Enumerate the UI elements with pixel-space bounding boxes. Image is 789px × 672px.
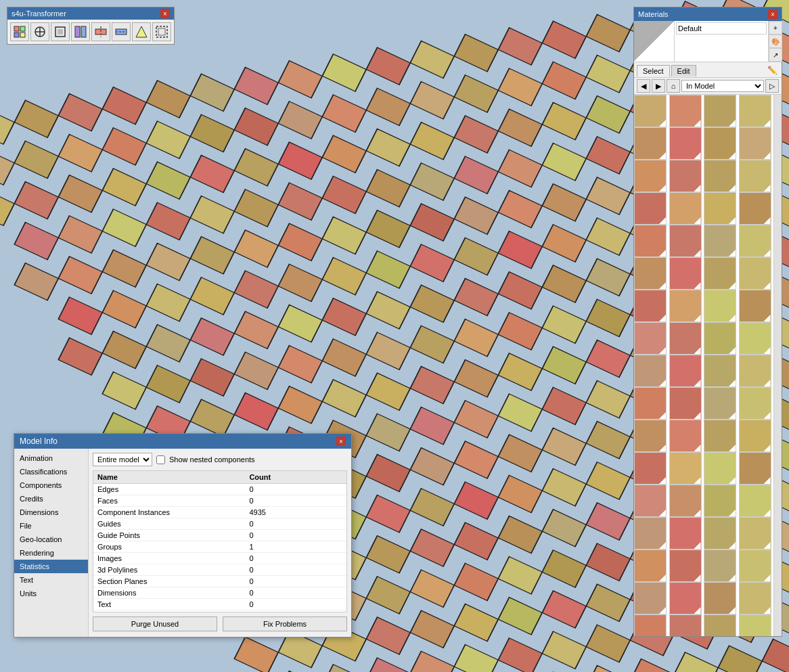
mat-swatch-55[interactable]: [739, 517, 771, 550]
mat-swatch-29[interactable]: [669, 322, 702, 355]
mat-swatch-52[interactable]: [634, 517, 667, 550]
sidebar-item-text[interactable]: Text: [14, 573, 88, 587]
materials-pencil-button[interactable]: ✏️: [765, 64, 779, 77]
fix-problems-button[interactable]: Fix Problems: [223, 617, 347, 631]
mat-swatch-43[interactable]: [739, 420, 771, 452]
mat-swatch-18[interactable]: [704, 225, 736, 257]
mat-swatch-25[interactable]: [669, 290, 702, 322]
sidebar-item-units[interactable]: Units: [14, 587, 88, 600]
mat-swatch-37[interactable]: [669, 387, 702, 420]
mat-swatch-2[interactable]: [704, 95, 736, 127]
materials-sample-button[interactable]: 🎨: [769, 35, 782, 48]
toolbar-close-button[interactable]: ×: [160, 9, 170, 18]
toolbar-icon-6[interactable]: [132, 22, 151, 41]
mat-swatch-39[interactable]: [739, 387, 771, 420]
mat-swatch-35[interactable]: [739, 355, 771, 387]
mat-swatch-20[interactable]: [634, 257, 667, 290]
toolbar-icon-2[interactable]: [51, 22, 70, 41]
mat-swatch-50[interactable]: [704, 485, 736, 517]
nav-back-button[interactable]: ◀: [637, 79, 650, 93]
show-nested-checkbox[interactable]: [156, 455, 165, 464]
mat-swatch-16[interactable]: [634, 225, 667, 257]
model-info-close-button[interactable]: ×: [336, 436, 346, 446]
mat-swatch-19[interactable]: [739, 225, 771, 257]
stats-table-container[interactable]: Name Count Edges0Faces0Component Instanc…: [93, 470, 347, 612]
mat-swatch-64[interactable]: [634, 614, 667, 636]
materials-add-button[interactable]: +: [769, 21, 782, 35]
tab-edit[interactable]: Edit: [671, 65, 696, 76]
mat-swatch-65[interactable]: [669, 614, 702, 636]
mat-swatch-21[interactable]: [669, 257, 702, 290]
toolbar-icon-4[interactable]: [91, 22, 110, 41]
mat-swatch-9[interactable]: [669, 160, 702, 192]
mat-swatch-6[interactable]: [704, 127, 736, 160]
mat-swatch-61[interactable]: [669, 582, 702, 614]
mat-swatch-67[interactable]: [739, 614, 771, 636]
toolbar-icon-7[interactable]: [152, 22, 171, 41]
materials-scrollbar[interactable]: [773, 95, 782, 636]
toolbar-title-bar[interactable]: s4u-Transformer ×: [7, 7, 174, 20]
materials-title-bar[interactable]: Materials ×: [634, 7, 782, 21]
sidebar-item-statistics[interactable]: Statistics: [14, 560, 88, 573]
mat-swatch-12[interactable]: [634, 192, 667, 225]
mat-swatch-28[interactable]: [634, 322, 667, 355]
sidebar-item-credits[interactable]: Credits: [14, 492, 88, 506]
mat-swatch-10[interactable]: [704, 160, 736, 192]
toolbar-icon-1[interactable]: [30, 22, 49, 41]
mat-swatch-5[interactable]: [669, 127, 702, 160]
sidebar-item-dimensions[interactable]: Dimensions: [14, 506, 88, 519]
mat-swatch-7[interactable]: [739, 127, 771, 160]
mat-swatch-53[interactable]: [669, 517, 702, 550]
model-info-title-bar[interactable]: Model Info ×: [14, 434, 351, 449]
mat-swatch-30[interactable]: [704, 322, 736, 355]
mat-swatch-57[interactable]: [669, 550, 702, 582]
mat-swatch-47[interactable]: [739, 452, 771, 485]
mat-swatch-40[interactable]: [634, 420, 667, 452]
materials-name-input[interactable]: [676, 22, 767, 35]
mat-swatch-46[interactable]: [704, 452, 736, 485]
mat-swatch-42[interactable]: [704, 420, 736, 452]
mat-swatch-41[interactable]: [669, 420, 702, 452]
toolbar-icon-5[interactable]: [112, 22, 131, 41]
mat-swatch-13[interactable]: [669, 192, 702, 225]
materials-arrow-button[interactable]: ↗: [769, 48, 782, 62]
mat-swatch-62[interactable]: [704, 582, 736, 614]
mat-swatch-45[interactable]: [669, 452, 702, 485]
materials-close-button[interactable]: ×: [768, 9, 777, 19]
mat-swatch-26[interactable]: [704, 290, 736, 322]
toolbar-icon-3[interactable]: [71, 22, 90, 41]
mat-swatch-15[interactable]: [739, 192, 771, 225]
mat-swatch-27[interactable]: [739, 290, 771, 322]
mat-swatch-60[interactable]: [634, 582, 667, 614]
sidebar-item-file[interactable]: File: [14, 519, 88, 533]
mat-swatch-58[interactable]: [704, 550, 736, 582]
nav-home-button[interactable]: ⌂: [667, 79, 680, 93]
sidebar-item-geo-location[interactable]: Geo-location: [14, 533, 88, 546]
mat-swatch-56[interactable]: [634, 550, 667, 582]
mat-swatch-38[interactable]: [704, 387, 736, 420]
mat-swatch-17[interactable]: [669, 225, 702, 257]
mat-swatch-24[interactable]: [634, 290, 667, 322]
sidebar-item-animation[interactable]: Animation: [14, 451, 88, 465]
mat-swatch-8[interactable]: [634, 160, 667, 192]
nav-forward-button[interactable]: ▶: [652, 79, 665, 93]
mat-swatch-59[interactable]: [739, 550, 771, 582]
nav-details-button[interactable]: ▷: [765, 79, 779, 93]
materials-dropdown[interactable]: In Model: [681, 80, 764, 92]
mat-swatch-0[interactable]: [634, 95, 667, 127]
mat-swatch-3[interactable]: [739, 95, 771, 127]
mat-swatch-4[interactable]: [634, 127, 667, 160]
mat-swatch-66[interactable]: [704, 614, 736, 636]
tab-select[interactable]: Select: [637, 65, 670, 77]
sidebar-item-rendering[interactable]: Rendering: [14, 546, 88, 560]
mat-swatch-51[interactable]: [739, 485, 771, 517]
mat-swatch-49[interactable]: [669, 485, 702, 517]
mat-swatch-14[interactable]: [704, 192, 736, 225]
mat-swatch-1[interactable]: [669, 95, 702, 127]
scope-dropdown[interactable]: Entire model Selection: [93, 453, 152, 466]
mat-swatch-48[interactable]: [634, 485, 667, 517]
purge-unused-button[interactable]: Purge Unused: [93, 617, 217, 631]
sidebar-item-components[interactable]: Components: [14, 478, 88, 492]
mat-swatch-11[interactable]: [739, 160, 771, 192]
mat-swatch-31[interactable]: [739, 322, 771, 355]
